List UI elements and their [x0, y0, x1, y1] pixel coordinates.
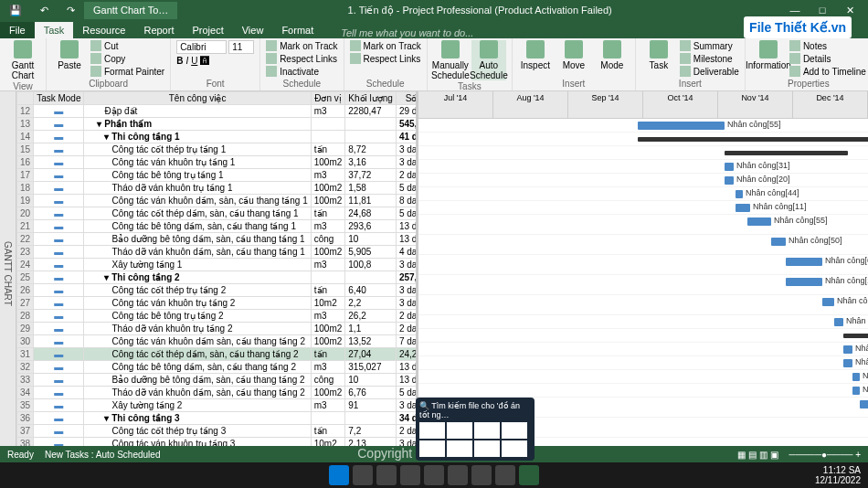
table-row[interactable]: 17▬Công tác bê tông trụ tầng 1m337,722 d…: [17, 169, 419, 182]
start-button[interactable]: [329, 465, 349, 485]
information-button[interactable]: Information: [751, 40, 786, 70]
font-color-button[interactable]: 🅰: [200, 56, 209, 66]
close-button[interactable]: ✕: [837, 5, 863, 16]
tab-task[interactable]: Task: [35, 22, 74, 38]
gantt-bar[interactable]: [834, 318, 843, 326]
app-icon[interactable]: [448, 465, 468, 485]
gantt-bar[interactable]: [771, 238, 786, 246]
tab-file[interactable]: File: [0, 22, 35, 38]
table-row[interactable]: 26▬Công tác cốt thép trụ tầng 2tấn6,403 …: [17, 284, 419, 297]
bold-button[interactable]: B: [176, 56, 183, 66]
table-row[interactable]: 36▬▾ Thi công tầng 334 daysMon 31/08/15S…: [17, 412, 419, 425]
auto-schedule-button[interactable]: Auto Schedule: [471, 40, 506, 80]
table-row[interactable]: 30▬Công tác ván khuôn dầm sàn, cầu thang…: [17, 335, 419, 348]
table-row[interactable]: 19▬Công tác ván khuôn dầm, sàn, cầu than…: [17, 195, 419, 207]
column-header[interactable]: [17, 92, 34, 105]
app-icon[interactable]: [471, 465, 492, 485]
mark-on-track-button[interactable]: Mark on Track: [266, 40, 337, 51]
table-row[interactable]: 34▬Tháo dỡ ván khuôn dầm, sàn, cầu thang…: [17, 387, 419, 399]
gantt-bar[interactable]: [736, 204, 750, 212]
tab-format[interactable]: Format: [272, 22, 323, 38]
tab-resource[interactable]: Resource: [73, 22, 134, 38]
table-row[interactable]: 12▬Đập đấtm32280,4729 daysThu 25/09/14Sa…: [17, 105, 419, 118]
inactivate-button[interactable]: Inactivate: [266, 66, 337, 77]
respect-links-button[interactable]: Respect Links: [266, 53, 337, 64]
gantt-bar[interactable]: [852, 387, 860, 395]
gantt-bar[interactable]: [638, 137, 868, 142]
gantt-bar[interactable]: [736, 190, 743, 198]
gantt-bar[interactable]: [725, 163, 734, 171]
view-shortcuts[interactable]: ▦ ▤ ▥ ▣: [737, 450, 778, 460]
gantt-bar[interactable]: [860, 400, 868, 408]
format-painter-button[interactable]: Format Painter: [90, 66, 164, 77]
gantt-bar[interactable]: [786, 258, 822, 266]
search-preview-popup[interactable]: 🔍 Tìm kiếm file cho 'đồ án tốt ng…: [416, 398, 535, 461]
copy-button[interactable]: Copy: [90, 53, 164, 64]
system-clock[interactable]: 11:12 SA12/11/2022: [815, 465, 861, 485]
table-row[interactable]: 24▬Xây tường tầng 1m3100,83 daysThu 04/1…: [17, 259, 419, 271]
tab-view[interactable]: View: [233, 22, 273, 38]
gantt-chart-button[interactable]: Gantt Chart: [5, 40, 40, 80]
qat-undo-icon[interactable]: ↶: [31, 2, 58, 19]
underline-button[interactable]: U: [191, 56, 197, 66]
table-row[interactable]: 32▬Công tác bê tông dầm, sàn, cầu thang …: [17, 361, 419, 374]
move-button[interactable]: Move: [556, 40, 591, 70]
table-row[interactable]: 31▬Công tác cốt thép dầm, sàn, cầu thang…: [17, 348, 419, 361]
table-row[interactable]: 33▬Bảo dưỡng bê tông dầm, sàn, cầu thang…: [17, 374, 419, 387]
project-icon[interactable]: [519, 465, 539, 485]
font-name-select[interactable]: [176, 40, 227, 54]
table-row[interactable]: 15▬Công tác cốt thép trụ tầng 1tấn8,723 …: [17, 143, 419, 156]
qat-redo-icon[interactable]: ↷: [58, 2, 84, 19]
app-icon[interactable]: [495, 465, 515, 485]
task-button[interactable]: Task: [641, 40, 676, 70]
gantt-bar[interactable]: [843, 359, 852, 367]
column-header[interactable]: Task Mode: [34, 92, 84, 105]
task-view-icon[interactable]: [376, 465, 397, 485]
table-row[interactable]: 21▬Công tác bê tông dầm, sàn, cầu thang …: [17, 220, 419, 233]
table-row[interactable]: 22▬Bảo dưỡng bê tông dầm, sàn, cầu thang…: [17, 233, 419, 246]
minimize-button[interactable]: —: [782, 5, 808, 16]
table-row[interactable]: 35▬Xây tường tầng 2m3913 daysFri 28/08/1…: [17, 399, 419, 412]
table-row[interactable]: 14▬▾ Thi công tầng 141 daysSat 25/10/14S…: [17, 131, 419, 143]
cut-button[interactable]: Cut: [90, 40, 164, 51]
table-row[interactable]: 29▬Tháo dỡ ván khuôn trụ tầng 2100m21,12…: [17, 323, 419, 335]
maximize-button[interactable]: □: [810, 5, 835, 16]
table-row[interactable]: 20▬Công tác cốt thép dầm, sàn, cầu thang…: [17, 207, 419, 220]
milestone-button[interactable]: Milestone: [680, 53, 739, 64]
deliverable-button[interactable]: Deliverable: [680, 66, 739, 77]
table-row[interactable]: 27▬Công tác ván khuôn trụ tầng 210m22,23…: [17, 297, 419, 310]
gantt-bar[interactable]: [638, 122, 725, 130]
column-header[interactable]: Đơn vị: [311, 92, 345, 105]
contextual-tab[interactable]: Gantt Chart To…: [84, 2, 177, 19]
gantt-bar[interactable]: [725, 151, 848, 155]
gantt-bar[interactable]: [843, 334, 868, 338]
respect-links-button-2[interactable]: Respect Links: [350, 53, 421, 64]
inspect-button[interactable]: Inspect: [518, 40, 553, 70]
font-size-select[interactable]: [228, 40, 254, 54]
gantt-bar[interactable]: [747, 217, 771, 226]
notes-button[interactable]: Notes: [789, 40, 866, 51]
table-row[interactable]: 23▬Tháo dỡ ván khuôn dầm, sàn, cầu thang…: [17, 246, 419, 259]
gantt-bar[interactable]: [843, 345, 852, 354]
gantt-bar[interactable]: [725, 176, 734, 185]
task-table[interactable]: Task ModeTên công việcĐơn vịKhối lượngSố…: [16, 91, 418, 455]
manually-schedule-button[interactable]: Manually Schedule: [433, 40, 468, 80]
qat-save-icon[interactable]: 💾: [0, 2, 31, 19]
column-header[interactable]: Tên công việc: [84, 92, 311, 105]
table-row[interactable]: 18▬Tháo dỡ ván khuôn trụ tầng 1100m21,58…: [17, 182, 419, 195]
column-header[interactable]: Số ngày: [396, 92, 418, 105]
mark-on-track-button-2[interactable]: Mark on Track: [350, 40, 421, 51]
details-button[interactable]: Details: [789, 53, 866, 64]
gantt-bar[interactable]: [786, 278, 822, 286]
tab-report[interactable]: Report: [134, 22, 183, 38]
table-row[interactable]: 28▬Công tác bê tông trụ tầng 2m326,22 da…: [17, 310, 419, 323]
column-header[interactable]: Khối lượng: [345, 92, 397, 105]
explorer-icon[interactable]: [400, 465, 420, 485]
search-icon[interactable]: [353, 465, 373, 485]
italic-button[interactable]: I: [185, 56, 188, 66]
edge-icon[interactable]: [424, 465, 444, 485]
gantt-bar[interactable]: [852, 373, 860, 381]
table-row[interactable]: 25▬▾ Thi công tầng 2257,5 daysSat 06/12/…: [17, 271, 419, 284]
summary-button[interactable]: Summary: [680, 40, 739, 51]
tab-project[interactable]: Project: [183, 22, 232, 38]
